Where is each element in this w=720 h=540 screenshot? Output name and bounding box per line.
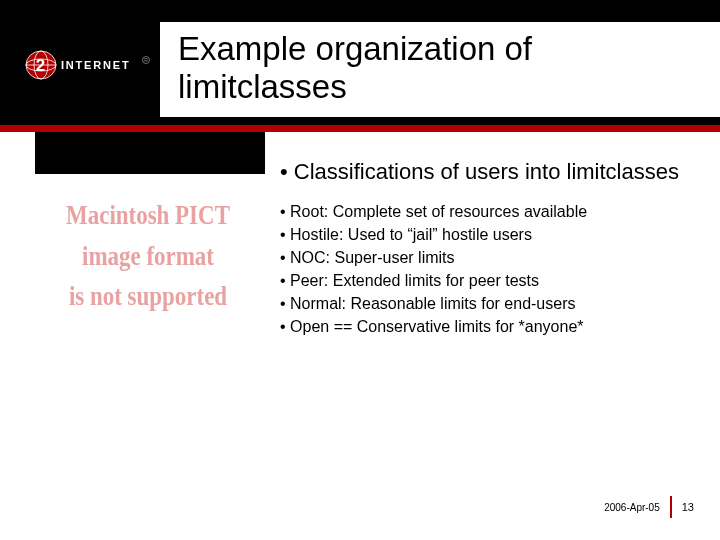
pict-placeholder: Macintosh PICT image format is not suppo… xyxy=(58,195,238,317)
title-line2: limitclasses xyxy=(178,68,347,105)
title-line1: Example organization of xyxy=(178,30,532,67)
divider-red xyxy=(0,125,720,132)
svg-text:R: R xyxy=(144,57,148,63)
content-heading: • Classifications of users into limitcla… xyxy=(280,158,700,186)
logo-digit: 2 xyxy=(36,56,45,75)
page-number: 13 xyxy=(682,501,694,513)
divider-black xyxy=(35,132,265,174)
bullet-item: • Normal: Reasonable limits for end-user… xyxy=(280,292,700,315)
footer: 2006-Apr-05 13 xyxy=(604,496,694,518)
bullet-text: Open == Conservative limits for *anyone* xyxy=(290,318,583,335)
bullet-item: • Hostile: Used to “jail” hostile users xyxy=(280,223,700,246)
bullet-text: Peer: Extended limits for peer tests xyxy=(290,272,539,289)
content-area: • Classifications of users into limitcla… xyxy=(280,158,700,339)
footer-divider xyxy=(670,496,672,518)
bullet-text: Hostile: Used to “jail” hostile users xyxy=(290,226,532,243)
logo-text: INTERNET xyxy=(61,59,130,71)
pict-line1: Macintosh PICT xyxy=(66,199,230,230)
pict-line3: is not supported xyxy=(69,280,227,311)
bullet-text: NOC: Super-user limits xyxy=(290,249,454,266)
content-heading-text: Classifications of users into limitclass… xyxy=(294,159,679,184)
bullet-item: • Peer: Extended limits for peer tests xyxy=(280,269,700,292)
footer-date: 2006-Apr-05 xyxy=(604,502,660,513)
bullet-text: Normal: Reasonable limits for end-users xyxy=(290,295,575,312)
slide: 2 INTERNET R Example organization of lim… xyxy=(0,0,720,540)
title-bg-top xyxy=(160,0,720,22)
pict-line2: image format xyxy=(82,240,214,271)
bullet-item: • Root: Complete set of resources availa… xyxy=(280,200,700,223)
bullet-item: • Open == Conservative limits for *anyon… xyxy=(280,315,700,338)
slide-title: Example organization of limitclasses xyxy=(178,30,698,106)
bullet-item: • NOC: Super-user limits xyxy=(280,246,700,269)
bullet-text: Root: Complete set of resources availabl… xyxy=(290,203,587,220)
internet2-logo: 2 INTERNET R xyxy=(25,50,153,80)
